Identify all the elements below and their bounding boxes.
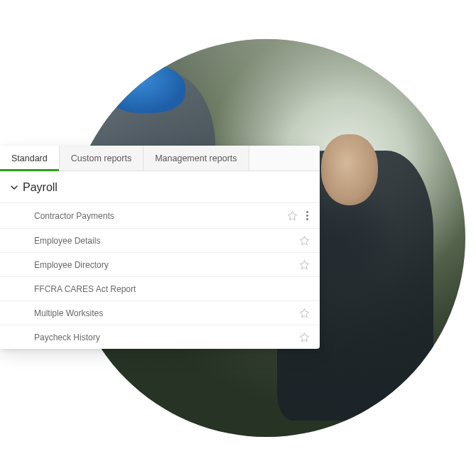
- report-link-contractor-payments[interactable]: Contractor Payments: [34, 211, 287, 221]
- list-item: FFCRA CARES Act Report: [0, 276, 320, 301]
- list-item: Multiple Worksites: [0, 301, 320, 325]
- star-icon[interactable]: [299, 235, 310, 246]
- report-link-multiple-worksites[interactable]: Multiple Worksites: [34, 308, 299, 318]
- report-list: Contractor Payments Employee Details Emp…: [0, 202, 320, 349]
- report-link-employee-directory[interactable]: Employee Directory: [34, 260, 299, 270]
- safety-helmet: [107, 63, 185, 113]
- tab-management-reports[interactable]: Management reports: [144, 146, 249, 171]
- star-icon[interactable]: [299, 308, 310, 318]
- list-item: Employee Directory: [0, 252, 320, 276]
- report-link-paycheck-history[interactable]: Paycheck History: [34, 332, 299, 342]
- kebab-menu-icon[interactable]: [305, 210, 310, 222]
- report-link-ffcra-cares[interactable]: FFCRA CARES Act Report: [34, 284, 310, 294]
- star-icon[interactable]: [299, 332, 310, 342]
- star-icon[interactable]: [299, 259, 310, 270]
- tab-standard[interactable]: Standard: [0, 146, 60, 171]
- report-link-employee-details[interactable]: Employee Details: [34, 236, 299, 246]
- star-icon[interactable]: [287, 210, 298, 221]
- section-title: Payroll: [23, 181, 58, 194]
- tabs-row: Standard Custom reports Management repor…: [0, 146, 320, 171]
- tab-custom-reports[interactable]: Custom reports: [60, 146, 144, 171]
- list-item: Paycheck History: [0, 325, 320, 349]
- reports-panel: Standard Custom reports Management repor…: [0, 146, 320, 349]
- list-item: Contractor Payments: [0, 202, 320, 228]
- chevron-down-icon: [10, 183, 18, 192]
- section-header[interactable]: Payroll: [0, 171, 320, 202]
- list-item: Employee Details: [0, 228, 320, 252]
- person-manager-face: [321, 134, 378, 205]
